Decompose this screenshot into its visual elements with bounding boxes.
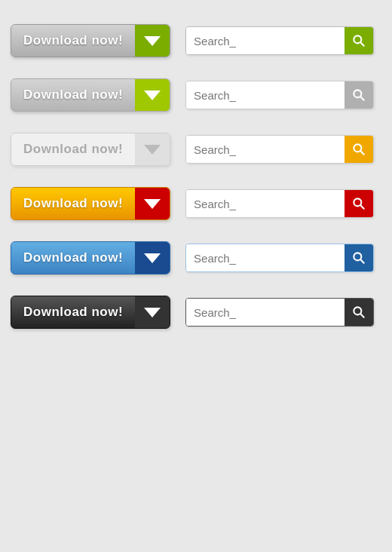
download-label-5: Download now! <box>11 242 135 274</box>
search-button-4[interactable] <box>345 190 373 217</box>
download-label-2: Download now! <box>11 79 135 111</box>
download-label-4: Download now! <box>11 188 135 219</box>
download-label-3: Download now! <box>11 133 135 165</box>
download-button-5[interactable]: Download now! <box>11 241 170 274</box>
svg-line-3 <box>360 97 364 100</box>
download-arrow-icon-3 <box>135 133 170 165</box>
download-button-2[interactable]: Download now! <box>11 78 170 112</box>
search-icon-6 <box>351 305 366 320</box>
search-box-1 <box>185 26 374 55</box>
search-box-3 <box>185 135 374 164</box>
svg-line-1 <box>360 42 364 46</box>
download-arrow-icon-5 <box>135 242 170 274</box>
search-box-2 <box>185 81 374 109</box>
search-input-6[interactable] <box>186 299 345 326</box>
svg-line-5 <box>360 151 364 155</box>
button-row-1: Download now! <box>8 14 384 68</box>
download-label-6: Download now! <box>11 296 135 328</box>
search-icon-3 <box>351 142 366 157</box>
svg-line-11 <box>360 314 364 317</box>
search-input-5[interactable] <box>186 244 345 271</box>
arrow-icon-3 <box>144 145 161 155</box>
download-label-1: Download now! <box>11 25 135 57</box>
search-box-6 <box>185 298 374 327</box>
search-input-2[interactable] <box>186 81 345 109</box>
search-input-1[interactable] <box>186 27 345 54</box>
search-icon-1 <box>351 33 366 48</box>
button-row-3: Download now! <box>8 122 384 176</box>
search-button-3[interactable] <box>345 136 373 163</box>
search-button-2[interactable] <box>345 81 373 109</box>
download-button-3[interactable]: Download now! <box>11 133 170 166</box>
search-box-4 <box>185 189 374 218</box>
download-arrow-icon-6 <box>135 296 170 328</box>
download-arrow-icon-2 <box>135 79 170 111</box>
download-button-4[interactable]: Download now! <box>11 187 170 220</box>
search-button-1[interactable] <box>345 27 373 54</box>
download-button-1[interactable]: Download now! <box>11 24 170 57</box>
button-row-4: Download now! <box>8 176 384 231</box>
svg-line-9 <box>360 259 364 263</box>
search-button-6[interactable] <box>345 299 373 326</box>
search-icon-4 <box>351 196 366 211</box>
search-button-5[interactable] <box>345 244 373 271</box>
button-row-5: Download now! <box>8 231 384 285</box>
arrow-icon-6 <box>144 308 161 317</box>
search-input-3[interactable] <box>186 136 345 163</box>
arrow-icon-5 <box>144 253 161 263</box>
arrow-icon-4 <box>144 199 161 209</box>
arrow-icon-2 <box>144 90 161 100</box>
download-arrow-icon-4 <box>135 188 170 219</box>
arrow-icon-1 <box>144 36 161 46</box>
search-icon-2 <box>351 87 366 103</box>
search-icon-5 <box>351 250 366 265</box>
download-button-6[interactable]: Download now! <box>11 296 170 329</box>
svg-line-7 <box>360 205 364 209</box>
download-arrow-icon-1 <box>135 25 170 57</box>
search-input-4[interactable] <box>186 190 345 217</box>
button-row-2: Download now! <box>8 68 384 122</box>
search-box-5 <box>185 244 374 272</box>
button-row-6: Download now! <box>8 285 384 339</box>
